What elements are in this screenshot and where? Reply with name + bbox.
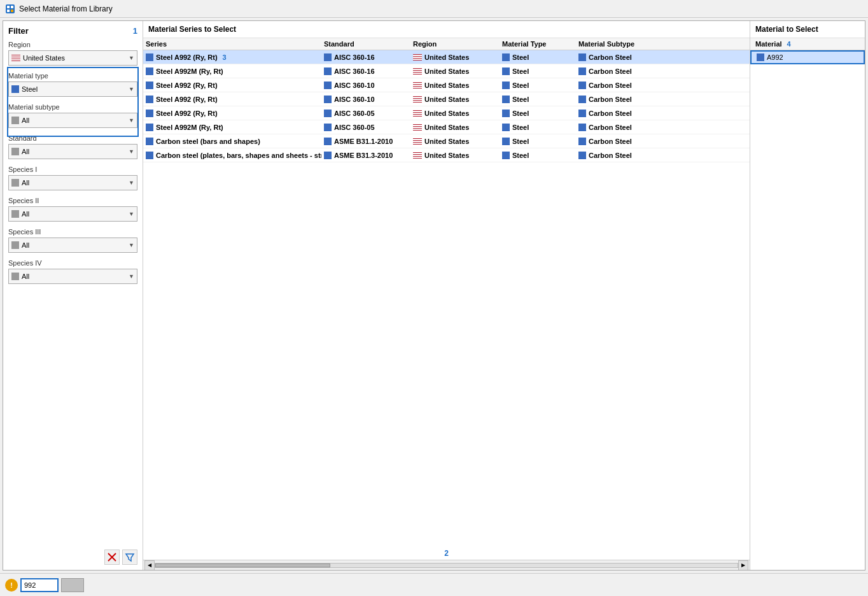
region-flag-icon bbox=[413, 110, 422, 117]
material-number: 4 bbox=[787, 40, 791, 48]
region-value: United States bbox=[23, 54, 65, 62]
material-item[interactable]: A992 bbox=[750, 50, 865, 64]
species-i-value: All bbox=[22, 179, 29, 187]
species-iv-color-icon bbox=[11, 273, 19, 280]
series-color-icon bbox=[146, 152, 153, 159]
table-row[interactable]: Steel A992 (Ry, Rt)AISC 360-10United Sta… bbox=[143, 92, 750, 106]
table-row[interactable]: Carbon steel (plates, bars, shapes and s… bbox=[143, 148, 750, 162]
mattype-cell: Steel bbox=[500, 82, 576, 89]
matsub-color-icon bbox=[578, 53, 586, 61]
region-flag-icon bbox=[413, 54, 422, 60]
table-row[interactable]: Steel A992M (Ry, Rt)AISC 360-05United St… bbox=[143, 120, 750, 134]
series-color-icon bbox=[146, 53, 153, 61]
species-iii-select[interactable]: All ▼ bbox=[8, 238, 137, 253]
table-row[interactable]: Steel A992 (Ry, Rt)AISC 360-05United Sta… bbox=[143, 106, 750, 120]
filter-panel: Filter 1 Region United States ▼ Material… bbox=[3, 21, 143, 570]
material-panel: Material to Select Material 4 A992 bbox=[750, 21, 865, 570]
table-row[interactable]: Steel A992 (Ry, Rt) 3AISC 360-16United S… bbox=[143, 50, 750, 64]
species-iii-label: Species III bbox=[8, 228, 137, 236]
standard-label: Standard bbox=[8, 134, 137, 142]
species-iii-chevron-icon: ▼ bbox=[129, 242, 134, 248]
species-iii-value: All bbox=[22, 241, 29, 249]
material-type-select[interactable]: Steel ▼ bbox=[8, 82, 137, 97]
material-panel-header: Material to Select bbox=[750, 21, 865, 38]
series-panel-title: Material Series to Select bbox=[148, 25, 236, 34]
col-header-series: Series bbox=[143, 40, 321, 48]
series-cell: Steel A992 (Ry, Rt) 3 bbox=[143, 53, 321, 61]
standard-select[interactable]: All ▼ bbox=[8, 144, 137, 159]
region-select[interactable]: United States ▼ bbox=[8, 50, 137, 66]
series-cell: Steel A992 (Ry, Rt) bbox=[143, 82, 321, 89]
region-chevron-icon: ▼ bbox=[129, 55, 134, 61]
standard-color-icon bbox=[324, 152, 332, 159]
scroll-thumb[interactable] bbox=[155, 564, 330, 567]
standard-cell: AISC 360-05 bbox=[321, 124, 410, 131]
matsub-color-icon bbox=[578, 67, 586, 75]
standard-cell: AISC 360-16 bbox=[321, 53, 410, 61]
matsub-color-icon bbox=[578, 82, 586, 89]
material-list[interactable]: A992 bbox=[750, 50, 865, 64]
table-row[interactable]: Steel A992M (Ry, Rt)AISC 360-16United St… bbox=[143, 64, 750, 78]
standard-color-icon bbox=[324, 110, 332, 117]
scroll-left-button[interactable]: ◀ bbox=[144, 560, 155, 571]
matsub-cell: Carbon Steel bbox=[576, 124, 665, 131]
series-cell: Steel A992M (Ry, Rt) bbox=[143, 124, 321, 131]
matsub-cell: Carbon Steel bbox=[576, 82, 665, 89]
species-iv-select[interactable]: All ▼ bbox=[8, 269, 137, 284]
svg-marker-7 bbox=[126, 554, 134, 561]
mattype-cell: Steel bbox=[500, 67, 576, 75]
bottom-action-button[interactable] bbox=[61, 578, 84, 592]
standard-color-icon bbox=[11, 148, 19, 155]
standard-cell: AISC 360-10 bbox=[321, 96, 410, 103]
series-cell: Carbon steel (bars and shapes) bbox=[143, 138, 321, 145]
standard-value: All bbox=[22, 148, 29, 155]
region-flag-icon bbox=[413, 96, 422, 103]
species-iv-section: Species IV All ▼ bbox=[8, 259, 137, 284]
species-i-section: Species I All ▼ bbox=[8, 166, 137, 190]
mattype-cell: Steel bbox=[500, 110, 576, 117]
reset-filter-button[interactable] bbox=[104, 550, 120, 565]
svg-rect-1 bbox=[7, 6, 10, 8]
series-scrollbar[interactable]: 2 ◀ ▶ bbox=[143, 560, 750, 570]
matsub-cell: Carbon Steel bbox=[576, 152, 665, 159]
species-iv-label: Species IV bbox=[8, 259, 137, 267]
material-subtype-select[interactable]: All ▼ bbox=[8, 113, 137, 128]
scroll-number: 2 bbox=[444, 549, 449, 558]
material-table-header: Material 4 bbox=[750, 38, 865, 50]
species-i-label: Species I bbox=[8, 166, 137, 173]
filter-number: 1 bbox=[133, 26, 137, 36]
species-ii-select[interactable]: All ▼ bbox=[8, 206, 137, 222]
series-color-icon bbox=[146, 124, 153, 131]
series-cell: Steel A992 (Ry, Rt) bbox=[143, 110, 321, 117]
us-flag-icon bbox=[11, 55, 20, 61]
table-row[interactable]: Steel A992 (Ry, Rt)AISC 360-10United Sta… bbox=[143, 78, 750, 92]
series-table-body[interactable]: Steel A992 (Ry, Rt) 3AISC 360-16United S… bbox=[143, 50, 750, 560]
scroll-right-button[interactable]: ▶ bbox=[738, 560, 748, 571]
mattype-color-icon bbox=[502, 82, 510, 89]
filter-button[interactable] bbox=[122, 550, 137, 565]
scroll-track[interactable] bbox=[155, 563, 738, 568]
series-cell: Steel A992 (Ry, Rt) bbox=[143, 96, 321, 103]
material-type-value: Steel bbox=[22, 85, 38, 93]
matsub-cell: Carbon Steel bbox=[576, 96, 665, 103]
series-number-badge: 3 bbox=[223, 53, 227, 61]
search-input[interactable] bbox=[20, 578, 59, 592]
filter-title: Filter bbox=[8, 26, 29, 36]
species-i-select[interactable]: All ▼ bbox=[8, 175, 137, 190]
standard-cell: AISC 360-10 bbox=[321, 82, 410, 89]
region-flag-icon bbox=[413, 152, 422, 159]
species-ii-value: All bbox=[22, 210, 29, 218]
mattype-color-icon bbox=[502, 110, 510, 117]
species-ii-color-icon bbox=[11, 210, 19, 218]
mattype-color-icon bbox=[502, 53, 510, 61]
region-cell: United States bbox=[410, 138, 500, 145]
standard-color-icon bbox=[324, 82, 332, 89]
mattype-color-icon bbox=[502, 138, 510, 145]
table-row[interactable]: Carbon steel (bars and shapes)ASME B31.1… bbox=[143, 134, 750, 148]
material-color-icon bbox=[757, 53, 764, 61]
series-color-icon bbox=[146, 138, 153, 145]
standard-section: Standard All ▼ bbox=[8, 134, 137, 159]
region-flag-icon bbox=[413, 124, 422, 131]
series-color-icon bbox=[146, 96, 153, 103]
region-flag-icon bbox=[413, 138, 422, 145]
